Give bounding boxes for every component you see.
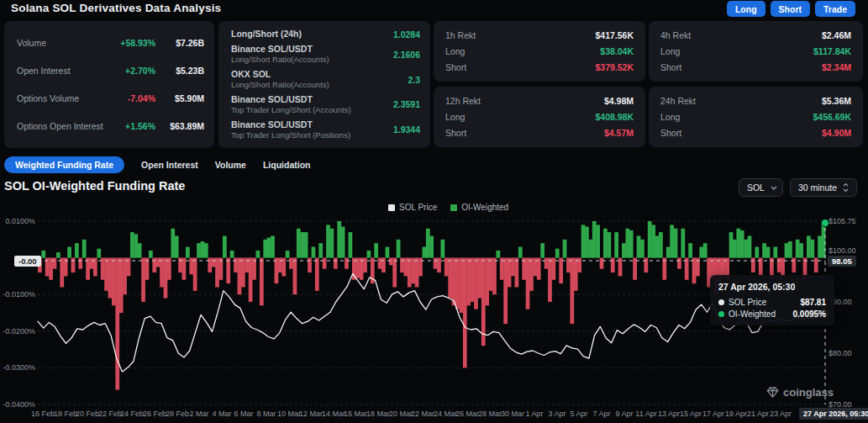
chart-tooltip: 27 Apr 2026, 05:30 SOL Price $87.81 OI-W… [710,275,834,325]
tooltip-date: 27 Apr 2026, 05:30 [718,282,826,292]
white-dot-icon [718,299,724,305]
tooltip-series-value: 0.0095% [793,309,826,319]
derivatives-dashboard: Solana SOL Derivatives Data Analysis Lon… [0,0,868,423]
tooltip-row-sol-price: SOL Price $87.81 [718,298,826,307]
tooltip-series-value: $87.81 [800,298,826,307]
crosshair-right-label: 98.05 [828,256,856,267]
tooltip-series-name: OI-Weighted [729,309,776,319]
funding-rate-chart[interactable] [0,0,868,423]
gem-icon [766,386,779,399]
watermark-text: coinglass [783,386,834,399]
tooltip-series-name: SOL Price [729,298,766,307]
tooltip-row-oi-weighted: OI-Weighted 0.0095% [718,309,826,319]
coinglass-watermark: coinglass [766,386,834,399]
green-dot-icon [718,311,724,317]
crosshair-bottom-label: 27 Apr 2026, 05:30 [799,408,868,420]
crosshair-left-label: -0.00 [14,256,41,267]
